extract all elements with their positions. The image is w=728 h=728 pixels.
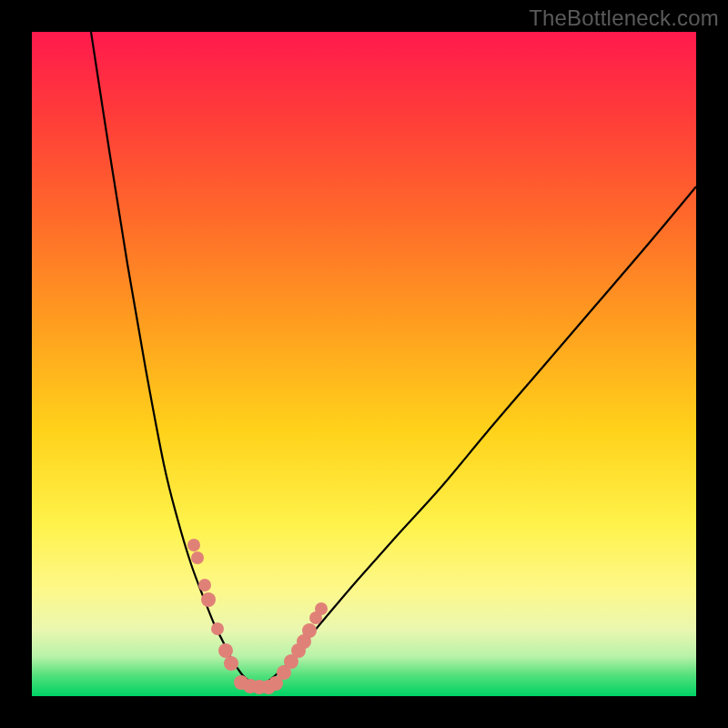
watermark-text: TheBottleneck.com xyxy=(529,5,719,31)
beads-left-group xyxy=(187,539,238,671)
bead-left-1 xyxy=(191,551,204,564)
beads-right-group xyxy=(277,602,328,680)
bead-left-2 xyxy=(198,579,211,592)
chart-svg xyxy=(32,32,696,696)
plot-area xyxy=(32,32,696,696)
chart-frame: TheBottleneck.com xyxy=(0,0,728,728)
left-curve xyxy=(91,32,250,682)
bead-left-4 xyxy=(211,622,224,635)
beads-bottom-group xyxy=(234,675,283,694)
bead-left-3 xyxy=(201,592,216,607)
bead-left-0 xyxy=(187,539,200,551)
bead-right-1 xyxy=(309,612,322,624)
right-curve xyxy=(267,187,696,682)
bead-left-6 xyxy=(224,656,238,671)
bead-left-5 xyxy=(218,643,233,658)
bead-bottom-4 xyxy=(268,676,283,691)
